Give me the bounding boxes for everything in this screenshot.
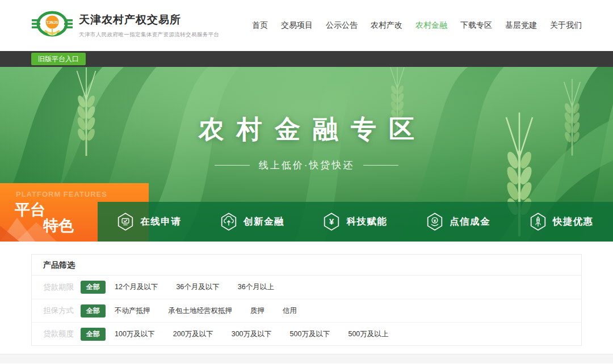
filter-options: 不动产抵押 承包土地经营权抵押 质押 信用	[115, 306, 297, 316]
innovation-finance-icon	[220, 213, 237, 231]
filter-label: 贷款期限	[43, 282, 81, 293]
hero-subtitle: 线上低价·快贷快还	[0, 159, 613, 172]
filter-option[interactable]: 100万及以下	[115, 329, 155, 339]
filter-row-guarantee-type: 担保方式 全部 不动产抵押 承包土地经营权抵押 质押 信用	[32, 299, 581, 322]
filter-option[interactable]: 500万及以上	[348, 329, 388, 339]
subtitle-dash-left	[215, 165, 250, 166]
main-nav: 首页 交易项目 公示公告 农村产改 农村金融 下载专区 基层党建 关于我们	[252, 20, 582, 31]
feature-credit-gold[interactable]: ¥ 点信成金	[407, 202, 510, 242]
nav-item-trade-projects[interactable]: 交易项目	[281, 20, 313, 31]
feature-label: 在线申请	[140, 215, 181, 228]
feature-online-apply[interactable]: 在线申请	[98, 202, 201, 242]
svg-text:¥: ¥	[434, 218, 436, 223]
filter-options: 100万及以下 200万及以下 300万及以下 500万及以下 500万及以上	[115, 329, 388, 339]
filter-option[interactable]: 300万及以下	[232, 329, 272, 339]
filter-option[interactable]: 36个月以上	[238, 282, 274, 292]
filter-options: 12个月及以下 36个月及以下 36个月以上	[115, 282, 274, 292]
product-filter-panel: 产品筛选 贷款期限 全部 12个月及以下 36个月及以下 36个月以上 担保方式…	[31, 254, 582, 346]
feature-tech-empower[interactable]: ¥ 科技赋能	[304, 202, 407, 242]
filter-all-button[interactable]: 全部	[81, 304, 106, 318]
feature-innovation-finance[interactable]: 创新金融	[201, 202, 304, 242]
quick-discount-icon	[530, 213, 547, 231]
hero-title: 农村金融专区	[0, 112, 613, 146]
filter-all-button[interactable]: 全部	[81, 281, 106, 294]
feature-label: 点信成金	[450, 215, 490, 228]
credit-gold-icon: ¥	[426, 213, 443, 231]
nav-item-about-us[interactable]: 关于我们	[550, 20, 582, 31]
site-logo-icon: TJNJS	[31, 8, 73, 43]
filter-option[interactable]: 质押	[250, 306, 264, 316]
nav-item-downloads[interactable]: 下载专区	[460, 20, 492, 31]
svg-text:¥: ¥	[329, 217, 334, 226]
filter-label: 贷款额度	[43, 329, 81, 339]
subtitle-dash-right	[363, 165, 398, 166]
logo-badge-text: TJNJS	[46, 20, 58, 24]
filter-option[interactable]: 500万及以下	[290, 329, 330, 339]
filter-label: 担保方式	[43, 306, 81, 316]
feature-quick-discount[interactable]: 快捷优惠	[510, 202, 613, 242]
filter-option[interactable]: 不动产抵押	[115, 306, 150, 316]
feature-label: 科技赋能	[346, 215, 387, 228]
filter-row-loan-term: 贷款期限 全部 12个月及以下 36个月及以下 36个月以上	[32, 276, 581, 299]
nav-item-home[interactable]: 首页	[252, 20, 268, 31]
filter-option[interactable]: 承包土地经营权抵押	[169, 306, 233, 316]
tech-empower-icon: ¥	[323, 213, 340, 231]
nav-item-announcements[interactable]: 公示公告	[326, 20, 358, 31]
hero-subtitle-text: 线上低价·快贷快还	[259, 159, 355, 172]
nav-item-rural-finance[interactable]: 农村金融	[415, 20, 447, 31]
filter-option[interactable]: 200万及以下	[173, 329, 213, 339]
site-title: 天津农村产权交易所	[79, 12, 220, 27]
nav-item-rural-reform[interactable]: 农村产改	[371, 20, 402, 31]
feature-label: 创新金融	[243, 215, 284, 228]
filter-option[interactable]: 12个月及以下	[115, 282, 158, 292]
footer-band	[0, 354, 613, 363]
hero-banner: 农村金融专区 线上低价·快贷快还 PLATFORM FEATURES 平台 特色…	[0, 67, 613, 242]
old-platform-entry-button[interactable]: 旧版平台入口	[31, 53, 86, 65]
site-header: TJNJS 天津农村产权交易所 天津市人民政府唯一指定集体资产资源流转交易服务平…	[0, 0, 613, 51]
site-subtitle: 天津市人民政府唯一指定集体资产资源流转交易服务平台	[79, 31, 220, 39]
feature-label: 快捷优惠	[553, 215, 594, 228]
secondary-topbar: 旧版平台入口	[0, 51, 613, 67]
filter-option[interactable]: 信用	[283, 306, 297, 316]
filter-all-button[interactable]: 全部	[81, 328, 106, 341]
mountain-decoration-icon	[0, 213, 79, 242]
filter-option[interactable]: 36个月及以下	[176, 282, 219, 292]
filter-panel-title: 产品筛选	[32, 255, 581, 276]
nav-item-party-building[interactable]: 基层党建	[505, 20, 537, 31]
online-apply-icon	[117, 213, 134, 231]
platform-features-en: PLATFORM FEATURES	[16, 190, 107, 198]
feature-menu-bar: 在线申请 创新金融 ¥ 科技赋能 ¥ 点信成	[98, 202, 613, 242]
filter-row-loan-amount: 贷款额度 全部 100万及以下 200万及以下 300万及以下 500万及以下 …	[32, 322, 581, 345]
